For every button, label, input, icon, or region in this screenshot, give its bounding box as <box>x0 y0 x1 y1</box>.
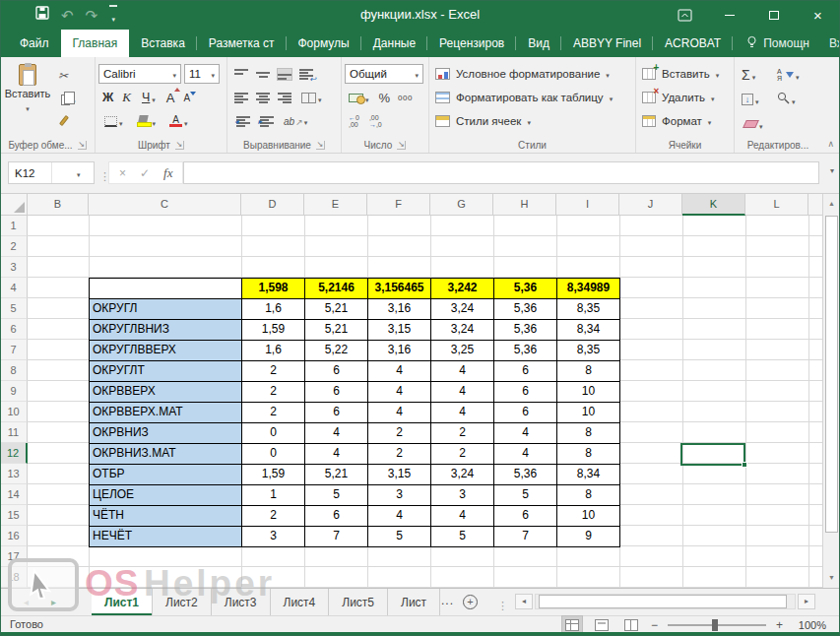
align-bottom-button[interactable] <box>278 69 291 80</box>
value-cell[interactable]: 2 <box>242 403 305 423</box>
zoom-slider[interactable] <box>668 624 766 626</box>
value-cell[interactable]: 0 <box>242 444 305 465</box>
value-cell[interactable]: 3,16 <box>368 299 431 320</box>
row-header[interactable]: 2 <box>0 236 28 257</box>
row-header[interactable]: 12 <box>0 443 28 464</box>
value-cell[interactable]: 5,36 <box>494 299 557 320</box>
function-name-cell[interactable]: ОКРВНИЗ.МАТ <box>90 444 242 465</box>
value-cell[interactable]: 5,21 <box>305 465 368 485</box>
horizontal-scroll-thumb[interactable] <box>539 595 787 608</box>
value-cell[interactable]: 4 <box>494 423 557 444</box>
copy-button[interactable] <box>56 90 78 109</box>
value-cell[interactable]: 0 <box>242 423 305 444</box>
value-cell[interactable]: 6 <box>305 361 368 382</box>
value-cell[interactable]: 5,36 <box>494 341 557 361</box>
row-header[interactable]: 1 <box>0 216 28 236</box>
underline-button[interactable]: Ч <box>140 88 158 107</box>
collapse-ribbon-icon[interactable]: ∧ <box>827 139 834 149</box>
value-cell[interactable]: 3,24 <box>431 299 494 320</box>
value-cell[interactable]: 6 <box>305 506 368 527</box>
ribbon-tab[interactable]: ACROBAT <box>653 30 733 57</box>
column-header[interactable] <box>808 194 822 216</box>
formula-input[interactable] <box>183 161 819 184</box>
ribbon-display-options-icon[interactable] <box>663 0 707 30</box>
column-header[interactable]: K <box>682 194 745 216</box>
percent-style-button[interactable]: % <box>379 91 391 105</box>
orientation-button[interactable]: ab <box>284 116 307 127</box>
value-cell[interactable]: 3,16 <box>368 341 431 361</box>
increase-indent-button[interactable] <box>260 116 274 127</box>
value-cell[interactable]: 8,34 <box>557 320 620 341</box>
value-cell[interactable]: 3 <box>368 485 431 506</box>
function-name-cell[interactable]: ЧЁТН <box>90 506 242 527</box>
value-cell[interactable]: 5,21 <box>305 299 368 320</box>
row-header[interactable]: 15 <box>0 505 28 526</box>
row-header[interactable]: 13 <box>0 464 28 484</box>
value-cell[interactable]: 4 <box>431 506 494 527</box>
insert-cells-button[interactable]: Вставить <box>639 62 731 86</box>
sheet-tab[interactable]: Лист1 <box>92 589 153 615</box>
value-cell[interactable]: 7 <box>494 527 557 547</box>
value-cell[interactable]: 8,35 <box>557 341 620 361</box>
value-cell[interactable]: 2 <box>242 506 305 527</box>
zoom-level[interactable]: 100% <box>793 619 826 631</box>
value-cell[interactable]: 2 <box>242 382 305 403</box>
sheet-nav-left-icon[interactable] <box>24 597 29 607</box>
table-header-cell[interactable]: 8,34989 <box>557 279 620 299</box>
normal-view-button[interactable] <box>562 616 582 633</box>
value-cell[interactable]: 2 <box>431 423 494 444</box>
increase-decimal-button[interactable]: ←0,00 <box>349 114 359 128</box>
merge-center-button[interactable] <box>299 88 324 107</box>
value-cell[interactable]: 6 <box>494 506 557 527</box>
value-cell[interactable]: 10 <box>557 506 620 527</box>
row-header[interactable]: 9 <box>0 381 28 402</box>
table-header-cell[interactable]: 5,2146 <box>305 279 368 299</box>
value-cell[interactable]: 5 <box>305 485 368 506</box>
zoom-slider-handle[interactable] <box>712 619 718 631</box>
value-cell[interactable]: 3,25 <box>431 341 494 361</box>
column-header[interactable]: I <box>556 194 619 216</box>
sheet-tab[interactable]: Лист5 <box>329 589 388 615</box>
value-cell[interactable]: 1 <box>242 485 305 506</box>
row-header[interactable]: 3 <box>0 257 28 278</box>
cancel-entry-button[interactable]: × <box>119 166 126 180</box>
value-cell[interactable]: 5,36 <box>494 465 557 485</box>
value-cell[interactable]: 3 <box>242 527 305 547</box>
value-cell[interactable]: 10 <box>557 382 620 403</box>
vertical-scroll-thumb[interactable] <box>825 216 838 533</box>
decrease-decimal-button[interactable]: ,00→,0 <box>369 114 382 128</box>
table-header-cell[interactable]: 5,36 <box>494 279 557 299</box>
value-cell[interactable]: 3,15 <box>368 465 431 485</box>
ribbon-tab[interactable]: Формулы <box>287 30 361 57</box>
paste-button[interactable]: Вставить <box>3 62 52 127</box>
value-cell[interactable]: 5 <box>431 527 494 547</box>
function-name-cell[interactable]: ОТБР <box>90 465 242 485</box>
add-sheet-button[interactable]: + <box>463 595 478 609</box>
row-header[interactable]: 11 <box>0 422 28 443</box>
page-layout-view-button[interactable] <box>592 616 612 633</box>
function-name-cell[interactable]: ОКРВНИЗ <box>90 423 242 444</box>
value-cell[interactable]: 4 <box>431 403 494 423</box>
value-cell[interactable]: 5 <box>368 527 431 547</box>
sheet-tab[interactable]: Лист2 <box>153 589 212 615</box>
function-name-cell[interactable]: ОКРУГЛВВЕРХ <box>90 341 242 361</box>
value-cell[interactable]: 7 <box>305 527 368 547</box>
value-cell[interactable]: 6 <box>305 382 368 403</box>
value-cell[interactable]: 4 <box>368 382 431 403</box>
font-color-button[interactable]: А <box>167 111 190 131</box>
function-name-cell[interactable]: ОКРУГЛВНИЗ <box>90 320 242 341</box>
shrink-font-button[interactable]: А <box>183 93 190 103</box>
dialog-launcher-icon[interactable]: ↘ <box>397 141 406 150</box>
value-cell[interactable]: 4 <box>431 382 494 403</box>
hscroll-left-icon[interactable] <box>515 594 533 609</box>
value-cell[interactable]: 3,15 <box>368 320 431 341</box>
column-header[interactable]: J <box>619 194 682 216</box>
borders-button[interactable] <box>102 111 125 131</box>
table-header-cell[interactable]: 3,242 <box>431 279 494 299</box>
delete-cells-button[interactable]: Удалить <box>639 86 731 109</box>
italic-button[interactable]: К <box>122 90 131 105</box>
row-header[interactable]: 14 <box>0 484 28 505</box>
column-header[interactable]: L <box>745 194 808 216</box>
align-top-button[interactable] <box>234 69 248 80</box>
sheet-tab[interactable]: Лист3 <box>212 589 271 615</box>
